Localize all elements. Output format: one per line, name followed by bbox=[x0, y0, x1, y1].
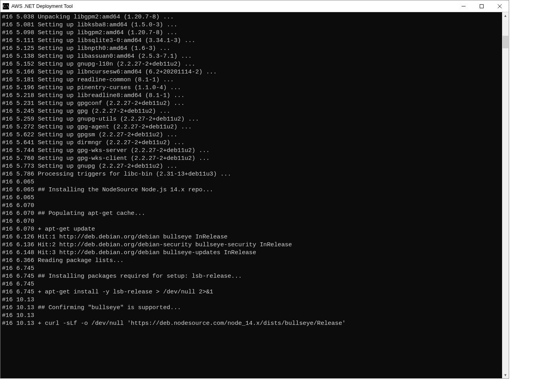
log-line: #16 5.152 Setting up gnupg-l10n (2.2.27-… bbox=[2, 60, 502, 68]
log-line: #16 5.218 Setting up libreadline8:amd64 … bbox=[2, 92, 502, 99]
log-line: #16 5.138 Setting up libassuan0:amd64 (2… bbox=[2, 52, 502, 60]
vertical-scrollbar[interactable]: ▲ ▼ bbox=[502, 12, 509, 378]
console-icon: C:\ bbox=[3, 3, 9, 9]
log-line: #16 10.13 + curl -sLf -o /dev/null 'http… bbox=[2, 319, 502, 327]
log-line: #16 6.148 Hit:3 http://deb.debian.org/de… bbox=[2, 249, 502, 256]
log-line: #16 5.166 Setting up libncursesw6:amd64 … bbox=[2, 68, 502, 76]
log-line: #16 5.038 Unpacking libgpm2:amd64 (1.20.… bbox=[2, 13, 502, 21]
log-line: #16 5.272 Setting up gpg-agent (2.2.27-2… bbox=[2, 123, 502, 131]
log-line: #16 5.245 Setting up gpg (2.2.27-2+deb11… bbox=[2, 107, 502, 115]
close-button[interactable] bbox=[491, 0, 509, 12]
log-line: #16 5.760 Setting up gpg-wks-client (2.2… bbox=[2, 154, 502, 162]
log-line: #16 6.070 + apt-get update bbox=[2, 225, 502, 233]
log-line: #16 5.098 Setting up libgpm2:amd64 (1.20… bbox=[2, 29, 502, 37]
log-line: #16 10.13 bbox=[2, 311, 502, 319]
minimize-button[interactable] bbox=[455, 0, 473, 12]
log-line: #16 6.745 + apt-get install -y lsb-relea… bbox=[2, 288, 502, 296]
scroll-thumb[interactable] bbox=[502, 36, 508, 48]
log-line: #16 6.366 Reading package lists... bbox=[2, 256, 502, 264]
log-line: #16 5.786 Processing triggers for libc-b… bbox=[2, 170, 502, 178]
log-line: #16 5.259 Setting up gnupg-utils (2.2.27… bbox=[2, 115, 502, 123]
log-line: #16 5.125 Setting up libnpth0:amd64 (1.6… bbox=[2, 44, 502, 52]
log-line: #16 6.745 bbox=[2, 280, 502, 288]
log-line: #16 5.773 Setting up gnupg (2.2.27-2+deb… bbox=[2, 162, 502, 170]
log-line: #16 5.622 Setting up gpgsm (2.2.27-2+deb… bbox=[2, 131, 502, 139]
log-line: #16 5.641 Setting up dirmngr (2.2.27-2+d… bbox=[2, 139, 502, 147]
log-line: #16 5.181 Setting up readline-common (8.… bbox=[2, 76, 502, 84]
terminal-container: #16 5.038 Unpacking libgpm2:amd64 (1.20.… bbox=[0, 12, 509, 378]
maximize-button[interactable] bbox=[473, 0, 491, 12]
log-line: #16 10.13 ## Confirming "bullseye" is su… bbox=[2, 304, 502, 311]
log-line: #16 6.065 ## Installing the NodeSource N… bbox=[2, 186, 502, 194]
log-line: #16 6.070 ## Populating apt-get cache... bbox=[2, 209, 502, 217]
window-controls bbox=[455, 0, 509, 12]
log-line: #16 6.745 bbox=[2, 264, 502, 272]
log-line: #16 5.231 Setting up gpgconf (2.2.27-2+d… bbox=[2, 99, 502, 107]
log-line: #16 6.126 Hit:1 http://deb.debian.org/de… bbox=[2, 233, 502, 241]
scroll-up-arrow-icon[interactable]: ▲ bbox=[502, 12, 509, 19]
window-title: AWS .NET Deployment Tool bbox=[11, 4, 455, 9]
log-line: #16 6.070 bbox=[2, 201, 502, 209]
log-line: #16 5.196 Setting up pinentry-curses (1.… bbox=[2, 84, 502, 92]
log-line: #16 6.745 ## Installing packages require… bbox=[2, 272, 502, 280]
scroll-down-arrow-icon[interactable]: ▼ bbox=[502, 372, 509, 378]
log-line: #16 6.136 Hit:2 http://deb.debian.org/de… bbox=[2, 241, 502, 249]
log-line: #16 5.111 Setting up libsqlite3-0:amd64 … bbox=[2, 37, 502, 44]
log-line: #16 10.13 bbox=[2, 296, 502, 304]
log-line: #16 6.065 bbox=[2, 194, 502, 201]
titlebar[interactable]: C:\ AWS .NET Deployment Tool bbox=[0, 0, 509, 12]
log-line: #16 5.081 Setting up libksba8:amd64 (1.5… bbox=[2, 21, 502, 29]
log-line: #16 6.070 bbox=[2, 217, 502, 225]
terminal-output[interactable]: #16 5.038 Unpacking libgpm2:amd64 (1.20.… bbox=[0, 12, 502, 378]
log-line: #16 6.065 bbox=[2, 178, 502, 186]
log-line: #16 5.744 Setting up gpg-wks-server (2.2… bbox=[2, 147, 502, 154]
svg-rect-0 bbox=[480, 4, 484, 8]
